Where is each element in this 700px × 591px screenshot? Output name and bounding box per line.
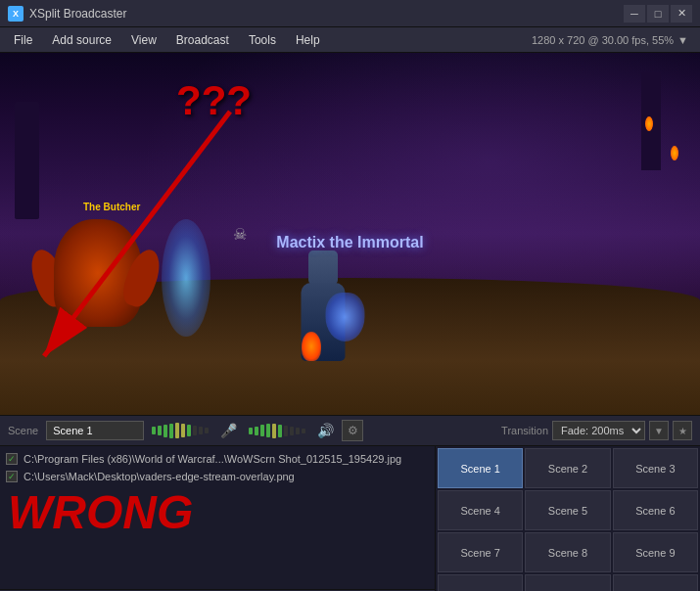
meter-bar bbox=[255, 427, 258, 435]
svg-line-1 bbox=[44, 112, 230, 356]
transition-area: Transition Fade: 200ms ▼ ★ bbox=[501, 421, 696, 440]
menu-broadcast[interactable]: Broadcast bbox=[166, 30, 239, 50]
audio-meters-left bbox=[152, 423, 209, 438]
menu-bar: File Add source View Broadcast Tools Hel… bbox=[0, 27, 700, 53]
source-text-2: C:\Users\Mack\Desktop\vaders-edge-stream… bbox=[23, 471, 295, 482]
immortal-label: Mactix the Immortal bbox=[276, 234, 423, 251]
menu-file[interactable]: File bbox=[4, 30, 42, 50]
scene-bar: Scene 🎤 🔊 bbox=[0, 415, 700, 446]
meter-bar bbox=[187, 425, 191, 436]
arrow-down-icon: ▼ bbox=[677, 34, 688, 46]
transition-label: Transition bbox=[501, 425, 548, 436]
close-button[interactable]: ✕ bbox=[671, 5, 692, 23]
meter-bar bbox=[193, 426, 197, 435]
bottom-panel: Scene 🎤 🔊 bbox=[0, 415, 700, 591]
scene-button-8[interactable]: Scene 8 bbox=[525, 532, 610, 572]
transition-arrow-button[interactable]: ▼ bbox=[649, 421, 669, 440]
meter-bar bbox=[290, 427, 294, 435]
meter-bar bbox=[260, 425, 264, 436]
wrong-annotation: WRONG bbox=[0, 485, 435, 540]
meter-bar bbox=[163, 425, 167, 437]
meter-bar bbox=[266, 424, 270, 437]
meter-bar bbox=[181, 424, 185, 437]
sources-panel: ✓ C:\Program Files (x86)\World of Warcra… bbox=[0, 446, 436, 591]
scene-button-12[interactable]: Scene 12 bbox=[613, 574, 698, 591]
minimize-button[interactable]: ─ bbox=[624, 5, 645, 23]
meter-bar bbox=[249, 428, 253, 434]
meter-bar bbox=[205, 428, 209, 433]
scene-button-10[interactable]: Scene 10 bbox=[438, 574, 523, 591]
meter-bar bbox=[199, 427, 203, 434]
menu-add-source[interactable]: Add source bbox=[42, 30, 121, 50]
meter-bar bbox=[152, 427, 156, 434]
scene-button-3[interactable]: Scene 3 bbox=[613, 448, 698, 488]
scene-button-2[interactable]: Scene 2 bbox=[525, 448, 610, 488]
meter-bar bbox=[278, 425, 282, 437]
title-bar: X XSplit Broadcaster ─ □ ✕ bbox=[0, 0, 700, 27]
meter-bar bbox=[302, 429, 305, 433]
window-title: XSplit Broadcaster bbox=[29, 7, 624, 21]
meter-bar bbox=[175, 423, 179, 438]
menu-view[interactable]: View bbox=[121, 30, 166, 50]
source-checkbox-1[interactable]: ✓ bbox=[6, 453, 18, 465]
shield bbox=[326, 293, 365, 341]
flame-effect bbox=[302, 332, 321, 361]
meter-bar bbox=[296, 428, 300, 434]
torch-right bbox=[645, 116, 653, 131]
speaker-icon[interactable]: 🔊 bbox=[313, 423, 338, 438]
maximize-button[interactable]: □ bbox=[647, 5, 669, 23]
scene-button-11[interactable]: Scene 11 bbox=[525, 574, 610, 591]
meter-bar bbox=[158, 426, 162, 435]
audio-meters-right bbox=[249, 424, 305, 438]
audio-settings-button[interactable]: ⚙ bbox=[342, 420, 363, 441]
scene-button-6[interactable]: Scene 6 bbox=[613, 490, 698, 530]
fps-status: 1280 x 720 @ 30.00 fps, 55% bbox=[532, 34, 674, 46]
preview-area: ☠ The Butcher Mactix the Immortal ??? bbox=[0, 53, 700, 415]
scene-button-4[interactable]: Scene 4 bbox=[438, 490, 523, 530]
scene-name-input[interactable] bbox=[46, 421, 144, 440]
scene-button-9[interactable]: Scene 9 bbox=[613, 532, 698, 572]
annotation-arrow bbox=[10, 102, 264, 376]
torch-right2 bbox=[671, 146, 678, 160]
content-area: ✓ C:\Program Files (x86)\World of Warcra… bbox=[0, 446, 700, 591]
status-display: 1280 x 720 @ 30.00 fps, 55% ▼ bbox=[532, 34, 696, 46]
scenes-grid: Scene 1Scene 2Scene 3Scene 4Scene 5Scene… bbox=[436, 446, 700, 591]
window-controls: ─ □ ✕ bbox=[624, 5, 692, 23]
player-character bbox=[289, 234, 357, 361]
transition-select[interactable]: Fade: 200ms bbox=[552, 421, 645, 440]
transition-star-button[interactable]: ★ bbox=[673, 421, 692, 440]
meter-bar bbox=[169, 424, 173, 438]
menu-tools[interactable]: Tools bbox=[239, 30, 286, 50]
meter-bar bbox=[284, 426, 288, 436]
scene-button-5[interactable]: Scene 5 bbox=[525, 490, 610, 530]
meter-bar bbox=[272, 424, 276, 438]
armor-head bbox=[308, 250, 338, 285]
sources-list: ✓ C:\Program Files (x86)\World of Warcra… bbox=[0, 446, 435, 589]
source-item: ✓ C:\Users\Mack\Desktop\vaders-edge-stre… bbox=[0, 468, 435, 485]
menu-help[interactable]: Help bbox=[286, 30, 330, 50]
scene-button-7[interactable]: Scene 7 bbox=[438, 532, 523, 572]
scene-label: Scene bbox=[4, 423, 42, 438]
source-text-1: C:\Program Files (x86)\World of Warcraf.… bbox=[23, 453, 401, 465]
source-checkbox-2[interactable]: ✓ bbox=[6, 471, 18, 482]
app-icon: X bbox=[8, 6, 23, 22]
scenes-panel: Scene 1Scene 2Scene 3Scene 4Scene 5Scene… bbox=[436, 446, 700, 591]
microphone-icon[interactable]: 🎤 bbox=[216, 423, 241, 438]
source-item: ✓ C:\Program Files (x86)\World of Warcra… bbox=[0, 450, 435, 468]
scene-button-1[interactable]: Scene 1 bbox=[438, 448, 523, 488]
